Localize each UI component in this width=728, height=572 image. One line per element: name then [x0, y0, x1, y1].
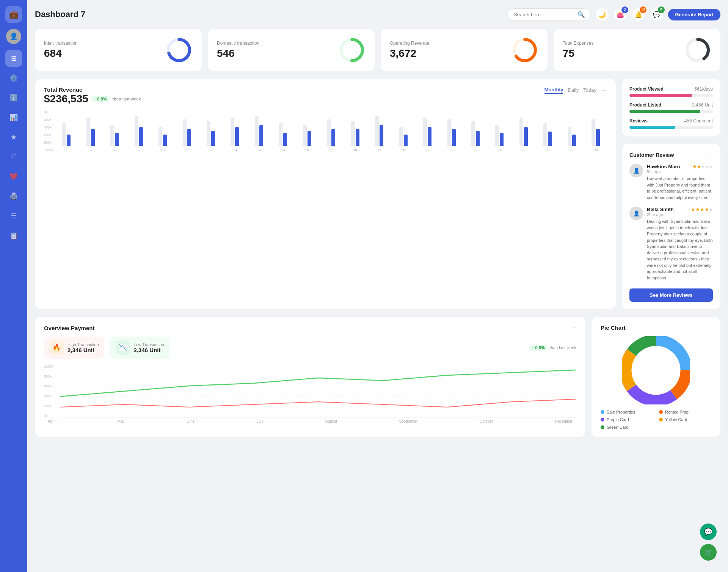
bar-label-22: 28	[594, 148, 598, 152]
user-avatar[interactable]: 👤	[6, 29, 21, 44]
stat-bar-label-1: Product Listed	[629, 102, 661, 108]
bar-gray-18	[495, 125, 499, 146]
wallet-badge: 2	[621, 6, 628, 13]
sidebar-item-dashboard[interactable]: ⊞	[5, 50, 22, 67]
reviewer-name-1: Bella Smith	[647, 207, 674, 212]
bar-group-12: 18	[344, 121, 366, 152]
bar-group-13: 19	[368, 116, 390, 152]
bar-gray-21	[568, 127, 571, 146]
see-more-reviews-button[interactable]: See More Reviews	[629, 288, 713, 302]
bar-blue-7	[235, 127, 239, 146]
bar-chart-area: 06 07 08 09	[56, 110, 607, 152]
bar-blue-6	[211, 131, 215, 146]
stat-bar-item-1: Product Listed 3,456 Unit	[629, 102, 713, 113]
stat-card-0: Inter. transaction 684	[35, 29, 202, 71]
bottom-grid: Overview Payment ··· 🔥 High Transaction …	[35, 317, 720, 437]
bar-gray-6	[207, 121, 210, 146]
bar-label-15: 21	[425, 148, 429, 152]
tab-daily[interactable]: Daily	[568, 87, 579, 94]
star-rating-0: ★★★★★	[692, 164, 713, 169]
bar-blue-17	[476, 131, 480, 146]
sidebar-item-chart[interactable]: 📊	[5, 109, 22, 126]
high-tx-label: High Transaction	[67, 342, 99, 347]
review-title: Customer Review	[629, 152, 674, 158]
legend-item-0: Sale Properties	[601, 410, 653, 414]
page-title: Dashboard 7	[35, 9, 85, 19]
stat-card-1: Domestic transaction 546	[208, 29, 375, 71]
y-label: 200k	[44, 118, 53, 122]
overview-change-label: than last week	[550, 345, 576, 350]
bar-blue-5	[187, 129, 191, 146]
bar-group-9: 15	[272, 123, 294, 152]
bar-blue-22	[596, 129, 600, 146]
star-rating-1: ★★★★★	[691, 207, 713, 212]
review-text-0: I viewed a number of properties with Jus…	[647, 176, 713, 201]
stat-bar-item-2: Reviews 456 Comment	[629, 118, 713, 129]
review-text-1: Dealing with Syamsudin and Bakri was a j…	[647, 218, 713, 281]
sidebar-item-settings[interactable]: ⚙️	[5, 70, 22, 86]
line-chart-svg	[60, 365, 576, 418]
support-float-btn[interactable]: 💬	[700, 523, 717, 540]
sidebar-item-info[interactable]: ℹ️	[5, 89, 22, 106]
legend-item-4: Green Card	[601, 425, 653, 429]
star-0-2: ★	[697, 164, 701, 169]
sidebar-item-print[interactable]: 🖨️	[5, 188, 22, 205]
stat-card-value-1: 546	[217, 47, 259, 60]
bar-group-21: 27	[561, 127, 582, 152]
bar-group-1: 07	[80, 118, 101, 152]
sidebar-item-list[interactable]: 📋	[5, 227, 22, 244]
star-0-3: ★	[701, 165, 705, 169]
sidebar-item-menu[interactable]: ☰	[5, 208, 22, 224]
revenue-more-btn[interactable]: ···	[601, 86, 607, 94]
bar-label-12: 18	[353, 148, 357, 152]
bar-blue-18	[500, 133, 504, 146]
chat-badge: 5	[658, 6, 665, 13]
legend-label-3: Yellow Card	[665, 417, 687, 422]
donut-chart-3	[684, 36, 711, 64]
y-axis-labels: 1000k800k600k400k200k0k	[44, 110, 53, 152]
search-input[interactable]	[514, 12, 574, 17]
x-label: April	[48, 419, 55, 423]
bar-chart-container: 1000k800k600k400k200k0k 06 07 08	[44, 110, 607, 152]
high-tx-value: 2,346 Unit	[67, 347, 99, 353]
legend-item-1: Rented Prop	[659, 410, 711, 414]
high-transaction-badge: 🔥 High Transaction 2,346 Unit	[44, 337, 104, 359]
search-box[interactable]: 🔍	[507, 8, 591, 21]
legend-dot-4	[601, 425, 604, 429]
pie-chart-card: Pie Chart Sale P	[592, 317, 720, 437]
sidebar-item-heart2[interactable]: ❤️	[5, 168, 22, 185]
x-label: May	[117, 419, 124, 423]
chat-btn[interactable]: 💬 5	[650, 8, 664, 21]
review-item-1: 👤 Bella Smith ★★★★★ 20m ago Dealing with…	[629, 207, 713, 281]
bar-blue-12	[356, 129, 359, 146]
notification-btn[interactable]: 🔔 12	[632, 8, 645, 21]
sidebar-item-star[interactable]: ★	[5, 129, 22, 146]
overview-more-btn[interactable]: ···	[571, 324, 576, 331]
x-label: October	[480, 419, 493, 423]
bar-label-10: 16	[305, 148, 309, 152]
bar-blue-15	[428, 127, 431, 146]
floating-buttons: 💬 🛒	[700, 523, 717, 561]
reviewer-avatar-1: 👤	[629, 207, 643, 220]
star-1-3: ★	[700, 207, 704, 212]
legend-dot-2	[601, 418, 604, 422]
wallet-btn[interactable]: 👛 2	[613, 8, 627, 21]
stat-card-label-1: Domestic transaction	[217, 41, 259, 46]
theme-toggle-btn[interactable]: 🌙	[595, 8, 609, 21]
sidebar-item-heart[interactable]: ♡	[5, 149, 22, 165]
tab-today[interactable]: Today	[583, 87, 596, 94]
bar-label-13: 19	[377, 148, 381, 152]
stat-cards: Inter. transaction 684 Domestic transact…	[35, 29, 720, 71]
review-more-btn[interactable]: ···	[708, 152, 713, 158]
legend-label-2: Purple Card	[607, 417, 629, 422]
low-tx-label: Low Transaction	[134, 342, 164, 347]
bar-label-17: 23	[474, 148, 477, 152]
revenue-change-badge: ↑ 0.8%	[91, 96, 110, 102]
bar-label-3: 09	[137, 148, 141, 152]
tab-monthly[interactable]: Monthly	[544, 87, 563, 94]
line-chart-container: 0k200k400k600k800k1000k	[44, 365, 576, 423]
generate-report-button[interactable]: Generate Report	[668, 9, 720, 20]
bar-blue-1	[91, 129, 95, 146]
pie-chart-title: Pie Chart	[601, 324, 711, 331]
cart-float-btn[interactable]: 🛒	[700, 544, 717, 561]
